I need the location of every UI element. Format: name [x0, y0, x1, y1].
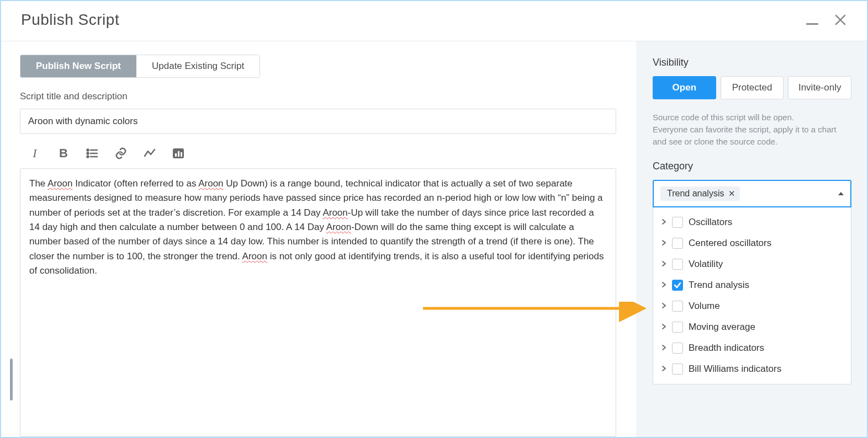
category-chip: Trend analysis ✕: [660, 186, 740, 201]
tab-update-existing[interactable]: Update Existing Script: [136, 55, 260, 77]
main-column: Publish New Script Update Existing Scrip…: [1, 41, 636, 437]
chip-remove-icon[interactable]: ✕: [728, 189, 735, 199]
category-item[interactable]: Moving average: [657, 317, 848, 338]
category-item[interactable]: Bill Williams indicators: [657, 359, 848, 380]
chevron-right-icon: [661, 238, 666, 249]
category-chip-label: Trend analysis: [667, 189, 724, 199]
vis-tab-protected[interactable]: Protected: [721, 76, 784, 99]
desc-text: Aroon: [198, 178, 223, 189]
desc-text: Aroon: [322, 207, 347, 218]
minimize-icon[interactable]: [806, 23, 818, 25]
window-title: Publish Script: [21, 11, 119, 29]
chevron-right-icon: [661, 259, 666, 270]
bar-chart-icon[interactable]: [171, 146, 186, 161]
category-dropdown: OscillatorsCentered oscillatorsVolatilit…: [653, 207, 851, 384]
svg-rect-9: [175, 153, 177, 157]
chevron-right-icon: [661, 364, 666, 375]
svg-rect-11: [181, 152, 182, 157]
chevron-right-icon: [661, 217, 666, 228]
desc-text: Aroon: [242, 251, 267, 261]
category-item[interactable]: Oscillators: [657, 212, 848, 233]
category-checkbox[interactable]: [672, 322, 683, 333]
list-icon[interactable]: [85, 146, 99, 161]
desc-text: Aroon: [47, 178, 72, 189]
category-item[interactable]: Volatility: [657, 254, 848, 275]
sidebar: Visibility Open Protected Invite-only So…: [636, 41, 867, 437]
visibility-tabs: Open Protected Invite-only: [653, 76, 851, 99]
bold-icon[interactable]: B: [56, 146, 71, 161]
desc-text: Indicator (often referred to as: [72, 178, 198, 189]
italic-icon[interactable]: I: [28, 146, 42, 161]
category-item-label: Breadth indicators: [689, 343, 764, 354]
title-field-label: Script title and description: [20, 91, 616, 102]
category-checkbox[interactable]: [672, 364, 683, 375]
tab-publish-new[interactable]: Publish New Script: [20, 55, 136, 77]
category-item[interactable]: Volume: [657, 296, 848, 317]
category-item-label: Moving average: [689, 322, 755, 333]
window-controls: [806, 13, 847, 26]
category-item-label: Volume: [689, 301, 720, 312]
link-icon[interactable]: [114, 146, 128, 161]
category-checkbox[interactable]: [672, 259, 683, 270]
category-checkbox[interactable]: [672, 343, 683, 354]
category-item[interactable]: Trend analysis: [657, 275, 848, 296]
category-checkbox[interactable]: [672, 238, 683, 249]
desc-text: Aroon: [326, 222, 351, 232]
category-item-label: Volatility: [689, 259, 723, 270]
category-item-label: Oscillators: [689, 217, 732, 228]
close-icon[interactable]: [834, 13, 847, 26]
category-select[interactable]: Trend analysis ✕: [653, 180, 851, 207]
visibility-label: Visibility: [653, 57, 851, 68]
category-item[interactable]: Centered oscillators: [657, 233, 848, 254]
editor-toolbar: I B: [20, 146, 616, 161]
chevron-right-icon: [661, 322, 666, 333]
chevron-right-icon: [661, 343, 666, 354]
category-checkbox[interactable]: [672, 280, 683, 291]
scrollbar[interactable]: [10, 359, 13, 400]
desc-text: The: [29, 178, 47, 189]
category-checkbox[interactable]: [672, 217, 683, 228]
vis-desc-line: Everyone can favorite the script, apply …: [653, 125, 837, 146]
category-label: Category: [653, 161, 851, 172]
chevron-right-icon: [661, 301, 666, 312]
vis-tab-open[interactable]: Open: [653, 76, 716, 99]
svg-rect-10: [178, 151, 179, 157]
chevron-right-icon: [661, 280, 666, 291]
visibility-description: Source code of this script will be open.…: [653, 111, 851, 147]
svg-point-2: [87, 149, 89, 151]
mode-tabs: Publish New Script Update Existing Scrip…: [20, 55, 260, 78]
titlebar: Publish Script: [1, 1, 867, 41]
category-checkbox[interactable]: [672, 301, 683, 312]
chevron-up-icon: [838, 192, 844, 195]
svg-point-6: [87, 156, 89, 158]
description-editor[interactable]: The Aroon Indicator (often referred to a…: [20, 168, 616, 437]
category-item-label: Bill Williams indicators: [689, 364, 781, 375]
svg-point-4: [87, 153, 89, 154]
script-title-input[interactable]: [20, 109, 616, 134]
category-item-label: Trend analysis: [689, 280, 749, 291]
category-item-label: Centered oscillators: [689, 238, 771, 249]
vis-desc-line: Source code of this script will be open.: [653, 113, 794, 122]
category-item[interactable]: Breadth indicators: [657, 338, 848, 359]
line-chart-icon[interactable]: [142, 146, 157, 161]
vis-tab-invite[interactable]: Invite-only: [788, 76, 851, 99]
